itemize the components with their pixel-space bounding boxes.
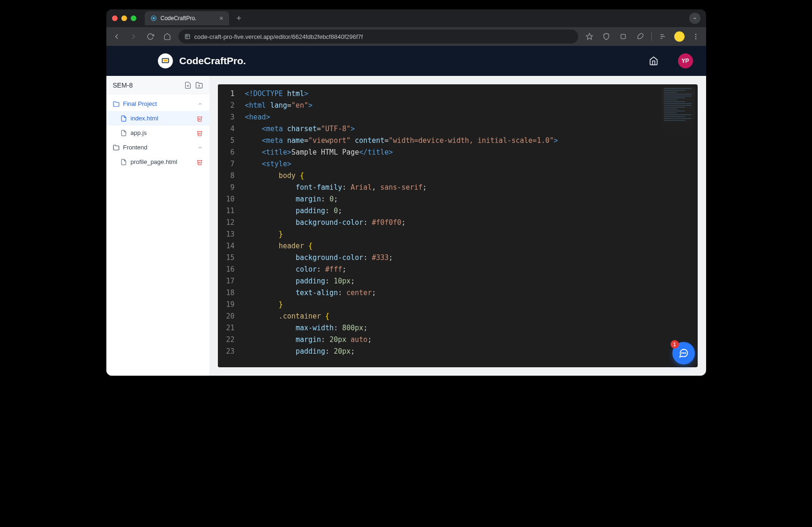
bookmark-icon[interactable] bbox=[584, 31, 595, 42]
delete-file-icon[interactable] bbox=[196, 130, 203, 136]
new-folder-icon[interactable] bbox=[195, 82, 203, 89]
reload-button[interactable] bbox=[145, 31, 156, 42]
svg-point-11 bbox=[695, 36, 696, 37]
code-line: <head> bbox=[245, 111, 694, 123]
line-number: 10 bbox=[224, 193, 235, 205]
line-number: 20 bbox=[224, 311, 235, 322]
code-line: header { bbox=[245, 240, 694, 252]
code-line: .container { bbox=[245, 311, 694, 322]
line-number: 12 bbox=[224, 217, 235, 229]
menu-icon[interactable] bbox=[690, 31, 701, 42]
code-editor[interactable]: 1234567891011121314151617181920212223 <!… bbox=[218, 84, 698, 367]
address-bar[interactable]: code-craft-pro-five.vercel.app/editor/66… bbox=[179, 30, 578, 44]
line-number: 23 bbox=[224, 346, 235, 357]
app-home-button[interactable] bbox=[647, 54, 660, 67]
file-label: app.js bbox=[131, 129, 147, 136]
code-content[interactable]: <!DOCTYPE html><html lang="en"><head> <m… bbox=[241, 84, 698, 367]
line-gutter: 1234567891011121314151617181920212223 bbox=[218, 84, 241, 367]
code-line: margin: 20px auto; bbox=[245, 334, 694, 346]
url-text: code-craft-pro-five.vercel.app/editor/66… bbox=[194, 33, 363, 40]
user-avatar[interactable]: YP bbox=[678, 53, 693, 68]
svg-point-10 bbox=[695, 34, 696, 35]
line-number: 22 bbox=[224, 334, 235, 346]
file-label: index.html bbox=[131, 115, 158, 122]
line-number: 14 bbox=[224, 240, 235, 252]
chat-badge: 1 bbox=[670, 340, 679, 349]
app-header: CodeCraftPro. YP bbox=[106, 46, 706, 76]
code-line: <meta charset="UTF-8"> bbox=[245, 123, 694, 135]
browser-tab[interactable]: CodeCraftPro. × bbox=[145, 11, 229, 25]
folder-row[interactable]: Final Project bbox=[106, 96, 209, 111]
line-number: 13 bbox=[224, 229, 235, 240]
svg-point-1 bbox=[153, 17, 155, 19]
code-line: } bbox=[245, 229, 694, 240]
code-line: <meta name="viewport" content="width=dev… bbox=[245, 135, 694, 147]
browser-window: CodeCraftPro. × + code-craft-pro-five.ve… bbox=[106, 9, 706, 376]
line-number: 3 bbox=[224, 111, 235, 123]
code-line: background-color: #f0f0f0; bbox=[245, 217, 694, 229]
folder-icon bbox=[113, 144, 119, 151]
shield-icon[interactable] bbox=[601, 31, 612, 42]
code-line: max-width: 800px; bbox=[245, 322, 694, 334]
line-number: 7 bbox=[224, 158, 235, 170]
new-tab-button[interactable]: + bbox=[233, 14, 246, 23]
code-line: } bbox=[245, 299, 694, 311]
tab-favicon-icon bbox=[150, 15, 157, 22]
traffic-lights bbox=[112, 15, 136, 21]
line-number: 5 bbox=[224, 135, 235, 147]
file-icon bbox=[120, 130, 127, 136]
chat-button[interactable]: 1 bbox=[672, 342, 695, 364]
line-number: 4 bbox=[224, 123, 235, 135]
line-number: 8 bbox=[224, 170, 235, 182]
app-body: SEM-8 Final Project index.html app.js Fr… bbox=[106, 76, 706, 376]
project-name: SEM-8 bbox=[113, 82, 133, 89]
site-settings-icon[interactable] bbox=[184, 33, 191, 40]
chevron-up-icon[interactable] bbox=[197, 101, 203, 107]
tab-close-icon[interactable]: × bbox=[219, 15, 223, 22]
line-number: 19 bbox=[224, 299, 235, 311]
profile-button[interactable] bbox=[674, 31, 685, 42]
window-dropdown-button[interactable] bbox=[689, 13, 700, 24]
new-file-icon[interactable] bbox=[184, 82, 192, 89]
code-line: text-align: center; bbox=[245, 287, 694, 299]
code-line: background-color: #333; bbox=[245, 252, 694, 264]
home-button[interactable] bbox=[162, 31, 173, 42]
close-window-button[interactable] bbox=[112, 15, 118, 21]
file-row[interactable]: app.js bbox=[106, 126, 209, 140]
svg-point-20 bbox=[683, 353, 684, 353]
media-control-icon[interactable] bbox=[657, 31, 669, 42]
svg-point-12 bbox=[695, 38, 696, 39]
code-line: <title>Sample HTML Page</title> bbox=[245, 147, 694, 158]
forward-button[interactable] bbox=[128, 31, 139, 42]
line-number: 11 bbox=[224, 205, 235, 217]
line-number: 21 bbox=[224, 322, 235, 334]
brand-title: CodeCraftPro. bbox=[179, 55, 246, 67]
folder-row[interactable]: Frontend bbox=[106, 140, 209, 155]
titlebar: CodeCraftPro. × + bbox=[106, 9, 706, 27]
tab-title: CodeCraftPro. bbox=[161, 15, 197, 22]
maximize-window-button[interactable] bbox=[131, 15, 136, 21]
file-sidebar: SEM-8 Final Project index.html app.js Fr… bbox=[106, 76, 209, 376]
project-header: SEM-8 bbox=[106, 76, 209, 95]
extensions-icon[interactable] bbox=[634, 31, 646, 42]
browser-toolbar: code-craft-pro-five.vercel.app/editor/66… bbox=[106, 27, 706, 46]
svg-point-21 bbox=[685, 353, 685, 353]
code-line: padding: 0; bbox=[245, 205, 694, 217]
file-row[interactable]: profile_page.html bbox=[106, 155, 209, 169]
line-number: 17 bbox=[224, 275, 235, 287]
extension-icon-1[interactable] bbox=[618, 31, 629, 42]
svg-rect-6 bbox=[621, 34, 625, 38]
code-line: margin: 0; bbox=[245, 193, 694, 205]
back-button[interactable] bbox=[111, 31, 122, 42]
minimize-window-button[interactable] bbox=[121, 15, 127, 21]
delete-file-icon[interactable] bbox=[196, 115, 203, 122]
svg-marker-5 bbox=[586, 33, 592, 39]
editor-panel: 1234567891011121314151617181920212223 <!… bbox=[209, 76, 706, 376]
minimap[interactable] bbox=[662, 87, 695, 139]
line-number: 18 bbox=[224, 287, 235, 299]
chevron-up-icon[interactable] bbox=[197, 145, 203, 150]
file-row[interactable]: index.html bbox=[106, 111, 209, 126]
code-line: <style> bbox=[245, 158, 694, 170]
delete-file-icon[interactable] bbox=[196, 159, 203, 165]
line-number: 6 bbox=[224, 147, 235, 158]
